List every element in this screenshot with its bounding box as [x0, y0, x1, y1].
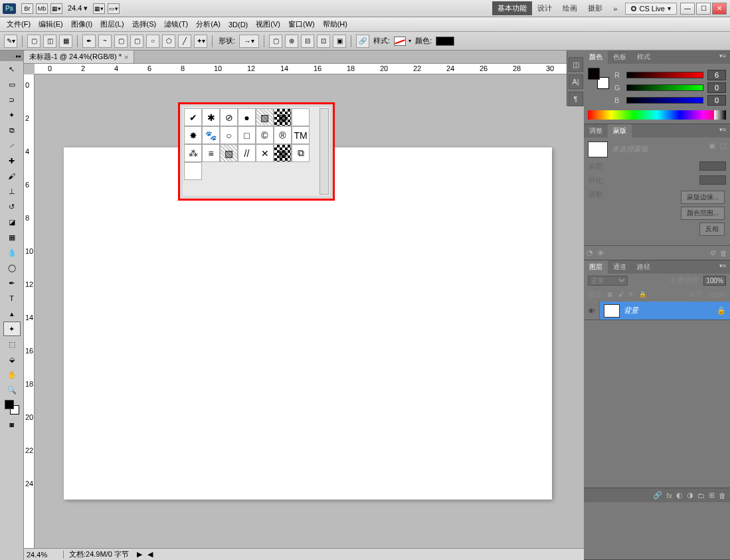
menu-view[interactable]: 视图(V)	[252, 18, 284, 31]
tab-styles[interactable]: 样式	[632, 50, 656, 64]
quick-select-tool[interactable]: ✦	[3, 108, 21, 122]
visibility-icon[interactable]: 👁	[584, 302, 600, 320]
adjustment-layer-icon[interactable]: ◑	[687, 491, 693, 500]
shape-cell[interactable]: ⊘	[220, 108, 238, 126]
menu-edit[interactable]: 编辑(E)	[35, 18, 67, 31]
tab-adjustments[interactable]: 调整	[584, 124, 608, 138]
menu-window[interactable]: 窗口(W)	[284, 18, 319, 31]
workspace-tab-essentials[interactable]: 基本功能	[492, 1, 532, 15]
history-brush-tool[interactable]: ↺	[3, 199, 21, 214]
shape-cell[interactable]: ✸	[184, 126, 202, 144]
3d-camera-tool[interactable]: ⬙	[3, 352, 21, 367]
color-value[interactable]: 0	[707, 95, 726, 106]
gradient-tool[interactable]: ▦	[3, 230, 21, 244]
minibridge-icon[interactable]: Mb	[36, 3, 48, 14]
ruler-vertical[interactable]: 024681012141618202224	[24, 74, 35, 548]
ruler-horizontal[interactable]: 024681012141618202224262830	[35, 64, 584, 74]
lock-paint-icon[interactable]: 🖌	[618, 291, 626, 299]
fill-pixels-icon[interactable]: ▦	[59, 35, 72, 48]
opacity-value[interactable]: 100%	[703, 276, 726, 286]
menu-select[interactable]: 选择(S)	[128, 18, 161, 31]
delete-layer-icon[interactable]: 🗑	[719, 492, 726, 500]
combine-add-icon[interactable]: ⊕	[285, 35, 298, 48]
style-none-icon[interactable]	[394, 37, 406, 46]
rect-shape-icon[interactable]: ▢	[114, 35, 128, 48]
healing-tool[interactable]: ✚	[3, 153, 21, 168]
link-layers-icon[interactable]: 🔗	[653, 491, 662, 500]
tab-channels[interactable]: 通道	[608, 260, 632, 274]
shape-cell[interactable]: ✕	[256, 144, 274, 162]
link-icon[interactable]: 🔗	[356, 35, 369, 48]
shape-cell[interactable]: ®	[274, 126, 292, 144]
minimize-button[interactable]: —	[680, 3, 695, 15]
brush-tool[interactable]: 🖌	[3, 169, 21, 183]
tools-collapse[interactable]: ▸▸	[0, 50, 23, 61]
menu-3d[interactable]: 3D(D)	[225, 19, 252, 30]
color-value[interactable]: 0	[707, 82, 726, 93]
layer-name[interactable]: 背景	[624, 306, 717, 316]
combine-new-icon[interactable]: ▢	[269, 35, 282, 48]
vector-mask-icon[interactable]: ▣	[709, 141, 715, 150]
status-zoom[interactable]: 24.4%	[24, 551, 64, 559]
new-layer-icon[interactable]: ⊞	[709, 491, 715, 500]
shape-picker[interactable]: →▾	[239, 35, 259, 48]
density-value[interactable]	[699, 161, 726, 171]
menu-analysis[interactable]: 分析(A)	[192, 18, 225, 31]
path-select-tool[interactable]: ▴	[3, 306, 21, 321]
feather-value[interactable]	[699, 175, 726, 185]
scroll-left-icon[interactable]: ◀	[145, 550, 155, 559]
apply-mask-icon[interactable]: 👁	[597, 249, 604, 257]
maximize-button[interactable]: ☐	[696, 3, 711, 15]
shape-cell[interactable]: ⧉	[292, 144, 310, 162]
shape-cell[interactable]: ▨	[256, 108, 274, 126]
cslive-button[interactable]: CS Live▾	[625, 3, 677, 15]
pen-icon[interactable]: ✒	[82, 35, 96, 48]
layer-style-icon[interactable]: fx	[666, 492, 672, 500]
combine-intersect-icon[interactable]: ⊡	[317, 35, 330, 48]
zoom-level[interactable]: 24.4 ▾	[68, 4, 88, 13]
eyedropper-tool[interactable]: ⟋	[3, 138, 21, 153]
tab-paths[interactable]: 路径	[632, 260, 656, 274]
workspace-more[interactable]: »	[608, 3, 622, 15]
zoom-tool[interactable]: 🔍	[3, 383, 21, 397]
panel-menu-icon[interactable]: ▾≡	[715, 50, 730, 64]
shape-cell[interactable]: //	[238, 144, 256, 162]
layer-mask-icon[interactable]: ◐	[676, 491, 683, 500]
shape-cell[interactable]: ©	[256, 126, 274, 144]
quick-mask-tool[interactable]: ◙	[3, 417, 21, 432]
workspace-tab-photography[interactable]: 摄影	[583, 1, 608, 15]
shape-layers-icon[interactable]: ▢	[27, 35, 41, 48]
load-selection-icon[interactable]: ◔	[587, 248, 593, 257]
color-value[interactable]: 6	[707, 70, 726, 80]
lock-all-icon[interactable]: 🔒	[639, 291, 647, 299]
menu-image[interactable]: 图像(I)	[67, 18, 96, 31]
tab-layers[interactable]: 图层	[584, 260, 608, 274]
close-button[interactable]: ✕	[712, 3, 727, 15]
shape-cell[interactable]: ●	[238, 108, 256, 126]
fill-value[interactable]: 100%	[707, 291, 726, 299]
tab-color[interactable]: 颜色	[584, 50, 608, 64]
custom-shape-icon[interactable]: ✦▾	[194, 35, 207, 48]
custom-shape-tool[interactable]: ✦	[3, 322, 21, 336]
bridge-icon[interactable]: Br	[21, 3, 33, 14]
shape-cell[interactable]: 🐾	[202, 126, 220, 144]
menu-help[interactable]: 帮助(H)	[319, 18, 351, 31]
paths-icon[interactable]: ◫	[43, 35, 56, 48]
freeform-pen-icon[interactable]: ~	[98, 35, 112, 48]
shape-cell[interactable]: ▦	[274, 144, 292, 162]
lock-transparent-icon[interactable]: ▦	[607, 291, 615, 299]
shape-scrollbar[interactable]	[319, 108, 329, 195]
ellipse-shape-icon[interactable]: ○	[146, 35, 159, 48]
history-strip-icon[interactable]: ◫	[569, 57, 583, 72]
pixel-mask-icon[interactable]: ▢	[719, 141, 726, 150]
color-slider[interactable]	[626, 97, 703, 104]
delete-mask-icon[interactable]: 🗑	[720, 249, 727, 257]
shape-cell[interactable]: ✱	[202, 108, 220, 126]
shape-cell[interactable]: ⁂	[184, 144, 202, 162]
hand-tool[interactable]: ✋	[3, 367, 21, 382]
panel-menu-icon[interactable]: ▾≡	[715, 260, 730, 274]
invert-button[interactable]: 反相	[699, 223, 725, 236]
type-tool[interactable]: T	[3, 291, 21, 306]
shape-cell[interactable]: ✔	[184, 108, 202, 126]
dodge-tool[interactable]: ◯	[3, 260, 21, 275]
